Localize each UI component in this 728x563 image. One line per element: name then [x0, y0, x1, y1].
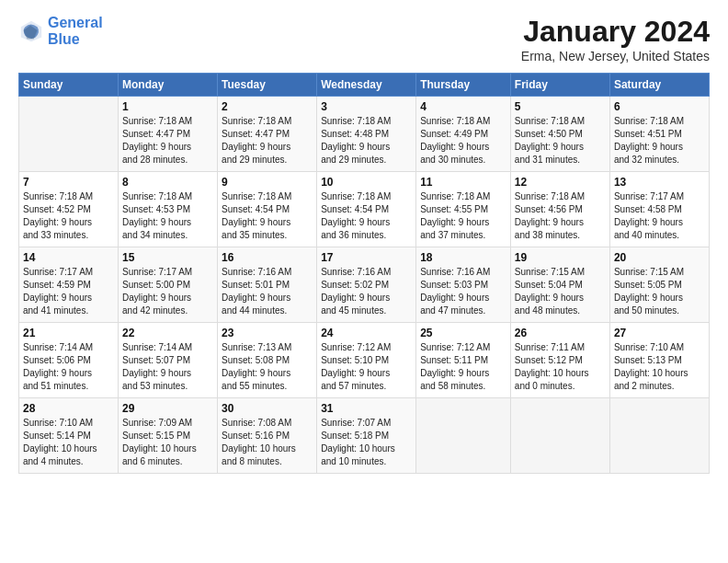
weekday-header-wednesday: Wednesday [317, 74, 416, 97]
day-detail: Sunrise: 7:18 AM Sunset: 4:49 PM Dayligh… [420, 115, 506, 167]
calendar-cell [19, 97, 119, 172]
weekday-header-saturday: Saturday [609, 74, 709, 97]
day-number: 1 [122, 100, 213, 113]
calendar-cell: 27Sunrise: 7:10 AM Sunset: 5:13 PM Dayli… [609, 323, 709, 398]
day-detail: Sunrise: 7:10 AM Sunset: 5:14 PM Dayligh… [23, 417, 114, 468]
day-number: 6 [614, 100, 705, 113]
calendar-cell: 23Sunrise: 7:13 AM Sunset: 5:08 PM Dayli… [218, 323, 317, 398]
calendar-cell: 31Sunrise: 7:07 AM Sunset: 5:18 PM Dayli… [317, 398, 416, 474]
calendar-cell [510, 398, 609, 474]
day-number: 3 [321, 100, 412, 113]
day-detail: Sunrise: 7:15 AM Sunset: 5:04 PM Dayligh… [515, 266, 606, 317]
weekday-header-monday: Monday [119, 74, 218, 97]
week-row-4: 21Sunrise: 7:14 AM Sunset: 5:06 PM Dayli… [19, 323, 710, 398]
calendar-cell: 21Sunrise: 7:14 AM Sunset: 5:06 PM Dayli… [19, 323, 119, 398]
calendar-table: SundayMondayTuesdayWednesdayThursdayFrid… [18, 73, 710, 474]
logo-text: General Blue [48, 15, 103, 47]
calendar-cell: 19Sunrise: 7:15 AM Sunset: 5:04 PM Dayli… [510, 247, 609, 323]
calendar-cell: 6Sunrise: 7:18 AM Sunset: 4:51 PM Daylig… [609, 97, 709, 172]
title-block: January 2024 Erma, New Jersey, United St… [521, 15, 710, 63]
calendar-cell: 25Sunrise: 7:12 AM Sunset: 5:11 PM Dayli… [416, 323, 511, 398]
calendar-cell: 15Sunrise: 7:17 AM Sunset: 5:00 PM Dayli… [119, 247, 218, 323]
day-number: 25 [420, 327, 506, 339]
calendar-cell: 7Sunrise: 7:18 AM Sunset: 4:52 PM Daylig… [19, 172, 119, 247]
calendar-cell: 13Sunrise: 7:17 AM Sunset: 4:58 PM Dayli… [609, 172, 709, 247]
day-detail: Sunrise: 7:16 AM Sunset: 5:02 PM Dayligh… [321, 266, 412, 317]
calendar-cell: 17Sunrise: 7:16 AM Sunset: 5:02 PM Dayli… [317, 247, 416, 323]
calendar-cell: 30Sunrise: 7:08 AM Sunset: 5:16 PM Dayli… [218, 398, 317, 474]
calendar-cell: 4Sunrise: 7:18 AM Sunset: 4:49 PM Daylig… [416, 97, 511, 172]
day-number: 21 [23, 327, 114, 339]
calendar-cell [416, 398, 511, 474]
day-number: 19 [515, 251, 606, 264]
day-detail: Sunrise: 7:18 AM Sunset: 4:47 PM Dayligh… [122, 115, 213, 167]
day-detail: Sunrise: 7:10 AM Sunset: 5:13 PM Dayligh… [614, 341, 705, 393]
day-detail: Sunrise: 7:16 AM Sunset: 5:01 PM Dayligh… [222, 266, 313, 317]
day-number: 12 [515, 176, 606, 189]
day-detail: Sunrise: 7:17 AM Sunset: 4:59 PM Dayligh… [23, 266, 114, 317]
day-number: 26 [515, 327, 606, 339]
logo-icon [18, 18, 44, 44]
day-detail: Sunrise: 7:12 AM Sunset: 5:11 PM Dayligh… [420, 341, 506, 393]
calendar-cell: 8Sunrise: 7:18 AM Sunset: 4:53 PM Daylig… [119, 172, 218, 247]
weekday-header-thursday: Thursday [416, 74, 511, 97]
day-number: 2 [222, 100, 313, 113]
location-title: Erma, New Jersey, United States [521, 49, 710, 63]
logo: General Blue [18, 15, 103, 47]
weekday-header-friday: Friday [510, 74, 609, 97]
day-number: 27 [614, 327, 705, 339]
calendar-cell: 9Sunrise: 7:18 AM Sunset: 4:54 PM Daylig… [218, 172, 317, 247]
weekday-header-tuesday: Tuesday [218, 74, 317, 97]
day-detail: Sunrise: 7:13 AM Sunset: 5:08 PM Dayligh… [222, 341, 313, 393]
calendar-cell: 11Sunrise: 7:18 AM Sunset: 4:55 PM Dayli… [416, 172, 511, 247]
day-detail: Sunrise: 7:18 AM Sunset: 4:56 PM Dayligh… [515, 190, 606, 242]
day-number: 16 [222, 251, 313, 264]
day-number: 30 [222, 402, 313, 415]
day-detail: Sunrise: 7:07 AM Sunset: 5:18 PM Dayligh… [321, 417, 412, 468]
calendar-cell: 20Sunrise: 7:15 AM Sunset: 5:05 PM Dayli… [609, 247, 709, 323]
day-number: 5 [515, 100, 606, 113]
day-detail: Sunrise: 7:18 AM Sunset: 4:55 PM Dayligh… [420, 190, 506, 242]
weekday-header-sunday: Sunday [19, 74, 119, 97]
day-number: 17 [321, 251, 412, 264]
calendar-cell: 12Sunrise: 7:18 AM Sunset: 4:56 PM Dayli… [510, 172, 609, 247]
calendar-cell: 28Sunrise: 7:10 AM Sunset: 5:14 PM Dayli… [19, 398, 119, 474]
day-detail: Sunrise: 7:18 AM Sunset: 4:54 PM Dayligh… [222, 190, 313, 242]
calendar-cell: 18Sunrise: 7:16 AM Sunset: 5:03 PM Dayli… [416, 247, 511, 323]
day-detail: Sunrise: 7:18 AM Sunset: 4:52 PM Dayligh… [23, 190, 114, 242]
day-number: 14 [23, 251, 114, 264]
day-number: 23 [222, 327, 313, 339]
day-number: 11 [420, 176, 506, 189]
day-number: 8 [122, 176, 213, 189]
week-row-5: 28Sunrise: 7:10 AM Sunset: 5:14 PM Dayli… [19, 398, 710, 474]
page: General Blue January 2024 Erma, New Jers… [0, 0, 728, 483]
day-number: 4 [420, 100, 506, 113]
week-row-3: 14Sunrise: 7:17 AM Sunset: 4:59 PM Dayli… [19, 247, 710, 323]
header: General Blue January 2024 Erma, New Jers… [18, 15, 710, 63]
calendar-cell: 29Sunrise: 7:09 AM Sunset: 5:15 PM Dayli… [119, 398, 218, 474]
calendar-cell: 14Sunrise: 7:17 AM Sunset: 4:59 PM Dayli… [19, 247, 119, 323]
weekday-header-row: SundayMondayTuesdayWednesdayThursdayFrid… [19, 74, 710, 97]
day-detail: Sunrise: 7:16 AM Sunset: 5:03 PM Dayligh… [420, 266, 506, 317]
calendar-cell: 16Sunrise: 7:16 AM Sunset: 5:01 PM Dayli… [218, 247, 317, 323]
calendar-cell: 3Sunrise: 7:18 AM Sunset: 4:48 PM Daylig… [317, 97, 416, 172]
calendar-cell: 22Sunrise: 7:14 AM Sunset: 5:07 PM Dayli… [119, 323, 218, 398]
day-detail: Sunrise: 7:18 AM Sunset: 4:47 PM Dayligh… [222, 115, 313, 167]
calendar-cell: 5Sunrise: 7:18 AM Sunset: 4:50 PM Daylig… [510, 97, 609, 172]
calendar-cell: 26Sunrise: 7:11 AM Sunset: 5:12 PM Dayli… [510, 323, 609, 398]
day-number: 28 [23, 402, 114, 415]
day-detail: Sunrise: 7:18 AM Sunset: 4:50 PM Dayligh… [515, 115, 606, 167]
logo-line1: General [48, 15, 103, 30]
calendar-cell: 1Sunrise: 7:18 AM Sunset: 4:47 PM Daylig… [119, 97, 218, 172]
day-number: 24 [321, 327, 412, 339]
day-number: 7 [23, 176, 114, 189]
day-detail: Sunrise: 7:18 AM Sunset: 4:51 PM Dayligh… [614, 115, 705, 167]
day-detail: Sunrise: 7:14 AM Sunset: 5:06 PM Dayligh… [23, 341, 114, 393]
calendar-cell: 2Sunrise: 7:18 AM Sunset: 4:47 PM Daylig… [218, 97, 317, 172]
day-detail: Sunrise: 7:14 AM Sunset: 5:07 PM Dayligh… [122, 341, 213, 393]
day-number: 10 [321, 176, 412, 189]
day-number: 9 [222, 176, 313, 189]
calendar-cell: 24Sunrise: 7:12 AM Sunset: 5:10 PM Dayli… [317, 323, 416, 398]
day-number: 15 [122, 251, 213, 264]
calendar-cell [609, 398, 709, 474]
